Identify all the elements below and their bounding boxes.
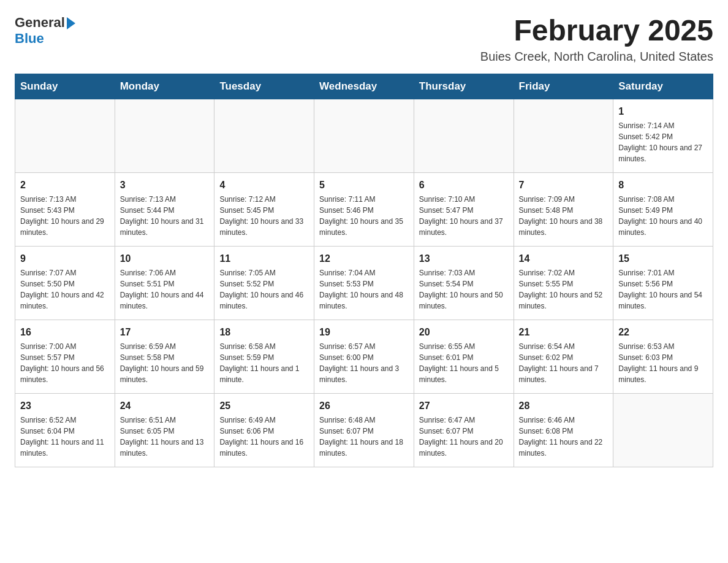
day-number: 7 [519, 178, 609, 192]
logo-general-text: General [15, 15, 65, 31]
calendar-day-cell: 12Sunrise: 7:04 AM Sunset: 5:53 PM Dayli… [314, 246, 414, 320]
day-info-text: Sunrise: 7:14 AM Sunset: 5:42 PM Dayligh… [618, 121, 702, 163]
day-number: 20 [419, 325, 509, 339]
day-info-text: Sunrise: 7:09 AM Sunset: 5:48 PM Dayligh… [519, 195, 603, 237]
day-of-week-header: Monday [115, 74, 214, 99]
day-info-text: Sunrise: 7:08 AM Sunset: 5:49 PM Dayligh… [618, 195, 702, 237]
calendar-day-cell: 8Sunrise: 7:08 AM Sunset: 5:49 PM Daylig… [613, 172, 713, 246]
day-number: 18 [219, 325, 309, 339]
month-title: February 2025 [480, 15, 713, 47]
calendar-table: SundayMondayTuesdayWednesdayThursdayFrid… [15, 74, 713, 467]
day-number: 10 [120, 251, 210, 266]
day-info-text: Sunrise: 7:01 AM Sunset: 5:56 PM Dayligh… [618, 269, 702, 310]
day-number: 11 [219, 251, 309, 266]
day-info-text: Sunrise: 7:13 AM Sunset: 5:44 PM Dayligh… [120, 195, 204, 237]
day-of-week-header: Wednesday [314, 74, 414, 99]
day-of-week-header: Friday [514, 74, 613, 99]
day-of-week-header: Saturday [613, 74, 713, 99]
calendar-day-cell: 3Sunrise: 7:13 AM Sunset: 5:44 PM Daylig… [115, 172, 214, 246]
location-text: Buies Creek, North Carolina, United Stat… [480, 50, 713, 64]
day-number: 16 [20, 325, 110, 339]
calendar-day-cell: 11Sunrise: 7:05 AM Sunset: 5:52 PM Dayli… [214, 246, 314, 320]
day-of-week-header: Thursday [414, 74, 514, 99]
day-number: 15 [618, 251, 708, 266]
day-info-text: Sunrise: 6:52 AM Sunset: 6:04 PM Dayligh… [20, 416, 104, 458]
calendar-day-cell: 16Sunrise: 7:00 AM Sunset: 5:57 PM Dayli… [15, 320, 115, 393]
day-info-text: Sunrise: 7:13 AM Sunset: 5:43 PM Dayligh… [20, 195, 104, 237]
day-info-text: Sunrise: 7:05 AM Sunset: 5:52 PM Dayligh… [219, 269, 303, 310]
day-info-text: Sunrise: 7:10 AM Sunset: 5:47 PM Dayligh… [419, 195, 503, 237]
day-number: 5 [319, 178, 409, 192]
day-number: 28 [519, 399, 609, 413]
calendar-day-cell [314, 99, 414, 172]
day-info-text: Sunrise: 7:06 AM Sunset: 5:51 PM Dayligh… [120, 269, 204, 310]
calendar-day-cell: 6Sunrise: 7:10 AM Sunset: 5:47 PM Daylig… [414, 172, 514, 246]
calendar-day-cell: 17Sunrise: 6:59 AM Sunset: 5:58 PM Dayli… [115, 320, 214, 393]
day-info-text: Sunrise: 6:49 AM Sunset: 6:06 PM Dayligh… [219, 416, 303, 458]
day-number: 24 [120, 399, 210, 413]
calendar-day-cell: 21Sunrise: 6:54 AM Sunset: 6:02 PM Dayli… [514, 320, 613, 393]
day-info-text: Sunrise: 6:47 AM Sunset: 6:07 PM Dayligh… [419, 416, 503, 458]
calendar-day-cell: 4Sunrise: 7:12 AM Sunset: 5:45 PM Daylig… [214, 172, 314, 246]
logo: General Blue [15, 15, 75, 47]
day-number: 14 [519, 251, 609, 266]
calendar-day-cell: 22Sunrise: 6:53 AM Sunset: 6:03 PM Dayli… [613, 320, 713, 393]
day-number: 25 [219, 399, 309, 413]
calendar-day-cell: 2Sunrise: 7:13 AM Sunset: 5:43 PM Daylig… [15, 172, 115, 246]
calendar-day-cell [514, 99, 613, 172]
calendar-day-cell [214, 99, 314, 172]
day-of-week-header: Sunday [15, 74, 115, 99]
day-number: 9 [20, 251, 110, 266]
calendar-day-cell: 1Sunrise: 7:14 AM Sunset: 5:42 PM Daylig… [613, 99, 713, 172]
calendar-day-cell: 5Sunrise: 7:11 AM Sunset: 5:46 PM Daylig… [314, 172, 414, 246]
day-info-text: Sunrise: 7:00 AM Sunset: 5:57 PM Dayligh… [20, 342, 104, 384]
day-info-text: Sunrise: 6:59 AM Sunset: 5:58 PM Dayligh… [120, 342, 204, 384]
calendar-day-cell: 27Sunrise: 6:47 AM Sunset: 6:07 PM Dayli… [414, 393, 514, 467]
day-info-text: Sunrise: 6:48 AM Sunset: 6:07 PM Dayligh… [319, 416, 403, 458]
day-number: 2 [20, 178, 110, 192]
logo-blue-text: Blue [15, 31, 44, 47]
day-number: 26 [319, 399, 409, 413]
day-number: 8 [618, 178, 708, 192]
calendar-day-cell: 7Sunrise: 7:09 AM Sunset: 5:48 PM Daylig… [514, 172, 613, 246]
calendar-week-row: 2Sunrise: 7:13 AM Sunset: 5:43 PM Daylig… [15, 172, 713, 246]
calendar-week-row: 23Sunrise: 6:52 AM Sunset: 6:04 PM Dayli… [15, 393, 713, 467]
day-info-text: Sunrise: 7:04 AM Sunset: 5:53 PM Dayligh… [319, 269, 403, 310]
day-number: 4 [219, 178, 309, 192]
day-number: 13 [419, 251, 509, 266]
day-info-text: Sunrise: 7:11 AM Sunset: 5:46 PM Dayligh… [319, 195, 403, 237]
day-number: 6 [419, 178, 509, 192]
day-number: 21 [519, 325, 609, 339]
day-info-text: Sunrise: 6:51 AM Sunset: 6:05 PM Dayligh… [120, 416, 204, 458]
day-number: 22 [618, 325, 708, 339]
day-info-text: Sunrise: 6:54 AM Sunset: 6:02 PM Dayligh… [519, 342, 599, 384]
day-info-text: Sunrise: 6:53 AM Sunset: 6:03 PM Dayligh… [618, 342, 698, 384]
calendar-day-cell [15, 99, 115, 172]
calendar-day-cell: 24Sunrise: 6:51 AM Sunset: 6:05 PM Dayli… [115, 393, 214, 467]
calendar-day-cell [115, 99, 214, 172]
title-section: February 2025 Buies Creek, North Carolin… [480, 15, 713, 64]
day-info-text: Sunrise: 7:02 AM Sunset: 5:55 PM Dayligh… [519, 269, 603, 310]
day-number: 23 [20, 399, 110, 413]
day-info-text: Sunrise: 7:07 AM Sunset: 5:50 PM Dayligh… [20, 269, 104, 310]
logo-arrow-icon [67, 17, 75, 29]
calendar-day-cell: 19Sunrise: 6:57 AM Sunset: 6:00 PM Dayli… [314, 320, 414, 393]
calendar-week-row: 9Sunrise: 7:07 AM Sunset: 5:50 PM Daylig… [15, 246, 713, 320]
day-number: 12 [319, 251, 409, 266]
calendar-day-cell: 10Sunrise: 7:06 AM Sunset: 5:51 PM Dayli… [115, 246, 214, 320]
calendar-day-cell: 18Sunrise: 6:58 AM Sunset: 5:59 PM Dayli… [214, 320, 314, 393]
day-of-week-header: Tuesday [214, 74, 314, 99]
day-info-text: Sunrise: 6:46 AM Sunset: 6:08 PM Dayligh… [519, 416, 603, 458]
day-number: 19 [319, 325, 409, 339]
calendar-day-cell: 14Sunrise: 7:02 AM Sunset: 5:55 PM Dayli… [514, 246, 613, 320]
day-number: 17 [120, 325, 210, 339]
calendar-day-cell: 23Sunrise: 6:52 AM Sunset: 6:04 PM Dayli… [15, 393, 115, 467]
day-number: 3 [120, 178, 210, 192]
calendar-header-row: SundayMondayTuesdayWednesdayThursdayFrid… [15, 74, 713, 99]
calendar-day-cell: 15Sunrise: 7:01 AM Sunset: 5:56 PM Dayli… [613, 246, 713, 320]
day-info-text: Sunrise: 7:03 AM Sunset: 5:54 PM Dayligh… [419, 269, 503, 310]
calendar-day-cell: 28Sunrise: 6:46 AM Sunset: 6:08 PM Dayli… [514, 393, 613, 467]
day-info-text: Sunrise: 6:55 AM Sunset: 6:01 PM Dayligh… [419, 342, 499, 384]
day-info-text: Sunrise: 6:57 AM Sunset: 6:00 PM Dayligh… [319, 342, 399, 384]
calendar-day-cell [414, 99, 514, 172]
